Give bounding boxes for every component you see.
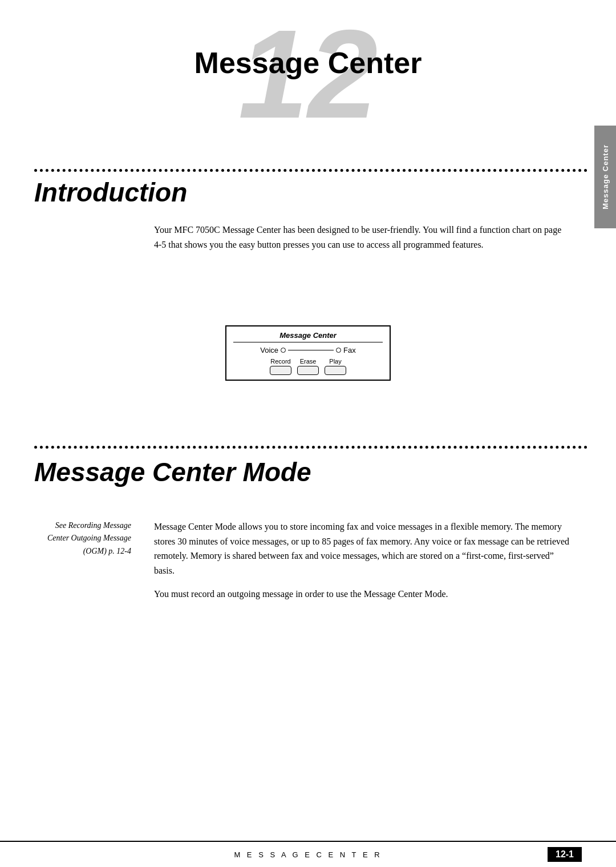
fax-label: Fax	[343, 346, 356, 354]
mc-panel-buttons: Record Erase Play	[233, 358, 383, 375]
dotted-separator-2	[34, 445, 587, 449]
record-button-group: Record	[270, 358, 291, 375]
erase-button-group: Erase	[297, 358, 319, 375]
chapter-title: Message Center	[194, 46, 422, 80]
play-btn-shape	[325, 366, 346, 375]
voice-radio	[281, 348, 286, 353]
record-btn-shape	[270, 366, 291, 375]
mc-mode-para-1: Message Center Mode allows you to store …	[154, 519, 570, 578]
mc-mode-body: Message Center Mode allows you to store …	[154, 519, 570, 602]
erase-btn-shape	[297, 366, 319, 375]
chapter-tab: Message Center	[594, 126, 616, 228]
page: Message Center 12 Message Center Introdu…	[0, 0, 616, 867]
mc-mode-heading: Message Center Mode	[34, 457, 311, 487]
footer-page-number: 12-1	[548, 847, 582, 862]
introduction-body: Your MFC 7050C Message Center has been d…	[154, 223, 570, 252]
fax-radio	[336, 348, 341, 353]
voice-label: Voice	[260, 346, 278, 354]
mc-panel-diagram: Message Center Voice Fax Record Erase Pl…	[225, 325, 391, 381]
introduction-heading: Introduction	[34, 177, 187, 208]
erase-label: Erase	[300, 358, 317, 365]
footer-label: M E S S A G E C E N T E R	[234, 850, 382, 859]
mc-panel-title: Message Center	[233, 331, 383, 342]
side-note: See Recording Message Center Outgoing Me…	[34, 519, 131, 558]
dotted-separator-1	[34, 168, 587, 172]
footer: M E S S A G E C E N T E R 12-1	[0, 841, 616, 867]
play-button-group: Play	[325, 358, 346, 375]
chapter-tab-label: Message Center	[601, 144, 610, 209]
play-label: Play	[329, 358, 341, 365]
mc-panel-voice-fax-row: Voice Fax	[233, 346, 383, 354]
record-label: Record	[270, 358, 290, 365]
mc-mode-para-2: You must record an outgoing message in o…	[154, 587, 570, 602]
voice-fax-line	[288, 350, 334, 350]
